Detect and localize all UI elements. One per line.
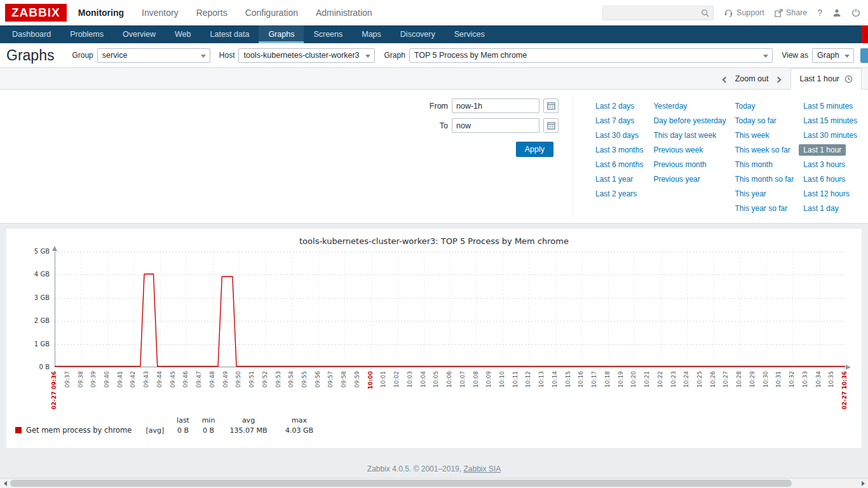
apply-button[interactable]: Apply <box>516 142 553 157</box>
quick-range-day-before-yesterday[interactable]: Day before yesterday <box>649 115 730 126</box>
quick-range-last-6-hours[interactable]: Last 6 hours <box>799 173 850 185</box>
quick-range-yesterday[interactable]: Yesterday <box>649 100 691 112</box>
quick-range-last-6-months[interactable]: Last 6 months <box>591 159 648 170</box>
quick-range-item: Last 1 year <box>591 173 649 187</box>
quick-range-this-month-so-far[interactable]: This month so far <box>730 173 798 185</box>
quick-range-last-2-days[interactable]: Last 2 days <box>591 100 639 112</box>
sub-nav-item-graphs[interactable]: Graphs <box>259 25 304 43</box>
x-axis-tick: 10:08 <box>473 371 479 388</box>
quick-range-item: Today <box>730 100 799 114</box>
quick-range-this-month[interactable]: This month <box>730 159 776 170</box>
quick-range-last-7-days[interactable]: Last 7 days <box>591 115 639 126</box>
view-as-select[interactable]: Graph <box>812 48 854 63</box>
host-select[interactable]: tools-kubernetes-cluster-worker3 <box>238 48 375 63</box>
to-calendar-button[interactable] <box>543 118 559 133</box>
time-panel: From To Apply Last 2 daysLast 7 daysLast… <box>0 90 868 224</box>
x-axis-arrow-icon <box>846 365 851 370</box>
help-button[interactable]: ? <box>817 8 822 18</box>
time-range-tab[interactable]: Last 1 hour <box>790 68 862 90</box>
y-axis-arrow-icon <box>52 246 57 251</box>
legend-series-label: Get mem process by chrome <box>26 426 132 435</box>
sub-nav-item-problems[interactable]: Problems <box>60 25 113 43</box>
footer-text: Zabbix 4.0.5. © 2001–2019, <box>367 464 464 473</box>
top-nav-item-administration[interactable]: Administration <box>316 8 372 18</box>
quick-range-last-12-hours[interactable]: Last 12 hours <box>799 188 854 200</box>
from-input[interactable] <box>452 98 539 113</box>
profile-button[interactable] <box>832 8 841 17</box>
x-axis-tick: 09:40 <box>104 371 110 388</box>
sub-nav-item-dashboard[interactable]: Dashboard <box>3 25 60 43</box>
quick-range-this-day-last-week[interactable]: This day last week <box>649 130 721 141</box>
footer-link-zabbix-sia[interactable]: Zabbix SIA <box>463 464 501 473</box>
x-axis-tick: 09:56 <box>315 371 321 388</box>
top-nav-item-inventory[interactable]: Inventory <box>142 8 179 18</box>
graph-plot[interactable]: 5 GB4 GB3 GB2 GB1 GB0 B 02-27 09:3609:37… <box>55 252 845 367</box>
quick-range-item: Previous month <box>649 158 730 173</box>
search-icon[interactable] <box>701 9 709 17</box>
quick-range-item: Last 1 hour <box>799 144 862 158</box>
group-select[interactable]: service <box>97 48 210 63</box>
sub-nav-item-discovery[interactable]: Discovery <box>391 25 445 43</box>
quick-ranges: Last 2 daysLast 7 daysLast 30 daysLast 3… <box>573 96 862 217</box>
from-calendar-button[interactable] <box>543 98 559 113</box>
quick-range-previous-year[interactable]: Previous year <box>649 173 704 185</box>
quick-range-item: This week <box>730 129 799 144</box>
quick-range-item: Last 3 months <box>591 144 649 158</box>
quick-range-item: This year so far <box>730 202 799 217</box>
support-headset-icon <box>724 8 733 17</box>
quick-range-item: Last 15 minutes <box>799 114 862 129</box>
quick-range-today[interactable]: Today <box>730 100 759 112</box>
graph-plot-svg[interactable] <box>55 252 845 367</box>
quick-range-last-30-minutes[interactable]: Last 30 minutes <box>799 130 862 141</box>
quick-range-last-1-day[interactable]: Last 1 day <box>799 203 843 214</box>
quick-range-last-3-hours[interactable]: Last 3 hours <box>799 159 850 170</box>
quick-range-this-week[interactable]: This week <box>730 130 773 141</box>
quick-range-this-year[interactable]: This year <box>730 188 770 200</box>
zabbix-logo[interactable]: ZABBIX <box>5 4 67 22</box>
horizontal-scrollbar[interactable] <box>0 478 868 488</box>
quick-range-this-year-so-far[interactable]: This year so far <box>730 203 792 214</box>
zoom-out-button[interactable]: Zoom out <box>735 74 769 83</box>
x-axis-tick: 09:46 <box>182 371 189 388</box>
quick-range-last-1-year[interactable]: Last 1 year <box>591 173 637 185</box>
top-nav-item-configuration[interactable]: Configuration <box>245 8 298 18</box>
quick-range-item: Last 30 days <box>591 129 649 144</box>
quick-range-last-1-hour[interactable]: Last 1 hour <box>799 144 846 156</box>
scroll-left-button[interactable] <box>0 478 10 488</box>
signout-button[interactable] <box>851 8 860 17</box>
time-shift-right-button[interactable] <box>776 73 780 85</box>
sub-nav-item-screens[interactable]: Screens <box>304 25 352 43</box>
quick-range-last-5-minutes[interactable]: Last 5 minutes <box>799 100 857 112</box>
x-axis-tick: 09:55 <box>301 371 308 388</box>
sub-nav-item-overview[interactable]: Overview <box>113 25 165 43</box>
x-axis-tick: 09:49 <box>222 371 229 388</box>
legend-value-max: 4.03 GB <box>276 425 323 435</box>
top-nav-item-reports[interactable]: Reports <box>196 8 227 18</box>
quick-range-last-3-months[interactable]: Last 3 months <box>591 144 648 156</box>
quick-range-previous-month[interactable]: Previous month <box>649 159 710 170</box>
sub-nav-item-maps[interactable]: Maps <box>352 25 391 43</box>
sub-nav-item-web[interactable]: Web <box>165 25 200 43</box>
to-input[interactable] <box>452 118 539 133</box>
top-nav-item-monitoring[interactable]: Monitoring <box>78 8 124 18</box>
scrollbar-thumb[interactable] <box>10 480 792 487</box>
graph-select[interactable]: TOP 5 Process by Mem chrome <box>409 48 773 63</box>
search-input[interactable] <box>607 8 701 17</box>
time-shift-left-button[interactable] <box>723 73 728 85</box>
search-box[interactable] <box>602 6 714 20</box>
chevron-down-icon <box>201 55 206 58</box>
quick-range-this-week-so-far[interactable]: This week so far <box>730 144 794 156</box>
share-link[interactable]: Share <box>775 8 807 17</box>
quick-range-previous-week[interactable]: Previous week <box>649 144 707 156</box>
quick-range-last-2-years[interactable]: Last 2 years <box>591 188 641 200</box>
quick-range-last-30-days[interactable]: Last 30 days <box>591 130 643 141</box>
x-axis-tick: 10:04 <box>420 371 426 388</box>
scroll-right-button[interactable] <box>858 478 868 488</box>
sub-nav-item-latest-data[interactable]: Latest data <box>201 25 259 43</box>
sub-nav-item-services[interactable]: Services <box>445 25 494 43</box>
quick-range-last-15-minutes[interactable]: Last 15 minutes <box>799 115 862 126</box>
support-link[interactable]: Support <box>724 8 764 17</box>
fullscreen-button[interactable] <box>860 48 868 63</box>
quick-range-today-so-far[interactable]: Today so far <box>730 115 780 126</box>
x-axis-tick: 10:17 <box>591 371 597 388</box>
